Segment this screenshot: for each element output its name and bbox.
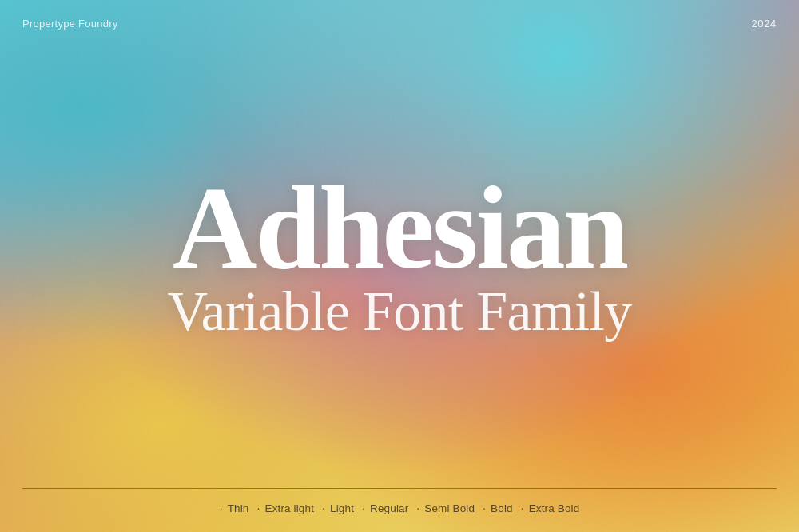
bullet-dot: · (322, 502, 325, 514)
main-title: Adhesian (173, 169, 627, 287)
bullet-dot: · (416, 502, 419, 514)
subtitle: Variable Font Family (168, 280, 632, 342)
weight-label: Thin (228, 502, 249, 514)
bullet-dot: · (521, 502, 524, 514)
weight-label: Light (330, 502, 354, 514)
bullet-dot: · (220, 502, 223, 514)
weight-label: Bold (491, 502, 513, 514)
weight-item: ·Extra light (257, 502, 315, 514)
weight-item: ·Light (322, 502, 354, 514)
weight-item: ·Thin (220, 502, 249, 514)
bullet-dot: · (257, 502, 260, 514)
weight-label: Extra light (265, 502, 315, 514)
weight-label: Semi Bold (424, 502, 475, 514)
main-container: Propertype Foundry 2024 Adhesian Variabl… (0, 0, 799, 532)
weight-item: ·Extra Bold (521, 502, 580, 514)
weight-item: ·Bold (483, 502, 513, 514)
weight-item: ·Regular (362, 502, 408, 514)
bullet-dot: · (362, 502, 365, 514)
content-wrapper: Propertype Foundry 2024 Adhesian Variabl… (0, 0, 799, 532)
bullet-dot: · (483, 502, 486, 514)
bottom-section: ·Thin·Extra light·Light·Regular·Semi Bol… (0, 488, 799, 532)
weight-bar: ·Thin·Extra light·Light·Regular·Semi Bol… (0, 489, 799, 532)
weight-label: Regular (370, 502, 408, 514)
weight-label: Extra Bold (529, 502, 580, 514)
weight-item: ·Semi Bold (416, 502, 475, 514)
hero-section: Adhesian Variable Font Family (0, 22, 799, 488)
